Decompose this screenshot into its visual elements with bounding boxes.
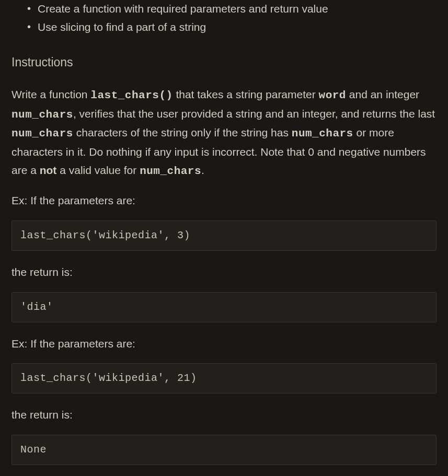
code-inline: num_chars: [292, 127, 353, 140]
text: that takes a string parameter: [173, 88, 319, 100]
text: Write a function: [12, 88, 90, 100]
instructions-heading: Instructions: [12, 53, 436, 72]
list-item: Use slicing to find a part of a string: [12, 18, 436, 37]
text: and an integer: [346, 88, 419, 100]
example-intro: Ex: If the parameters are:: [12, 335, 436, 353]
text: , verifies that the user provided a stri…: [73, 108, 435, 120]
example-intro: Ex: If the parameters are:: [12, 192, 436, 210]
return-label: the return is:: [12, 263, 436, 282]
list-item: Create a function with required paramete…: [12, 0, 436, 18]
objectives-list: Create a function with required paramete…: [12, 0, 436, 36]
return-label: the return is:: [12, 406, 436, 424]
code-inline: num_chars: [12, 109, 73, 121]
code-inline: last_chars(): [90, 89, 173, 101]
code-block: None: [12, 435, 436, 465]
code-inline: num_chars: [12, 127, 73, 140]
text: characters of the string only if the str…: [73, 126, 292, 138]
code-inline: num_chars: [140, 165, 201, 177]
instructions-paragraph: Write a function last_chars() that takes…: [12, 86, 436, 180]
code-block: 'dia': [12, 292, 436, 322]
text: .: [201, 164, 204, 176]
text: a valid value for: [56, 164, 140, 176]
code-block: last_chars('wikipedia', 21): [12, 363, 436, 393]
code-inline: word: [319, 89, 346, 101]
bold-text: not: [40, 164, 57, 176]
code-block: last_chars('wikipedia', 3): [12, 220, 436, 251]
